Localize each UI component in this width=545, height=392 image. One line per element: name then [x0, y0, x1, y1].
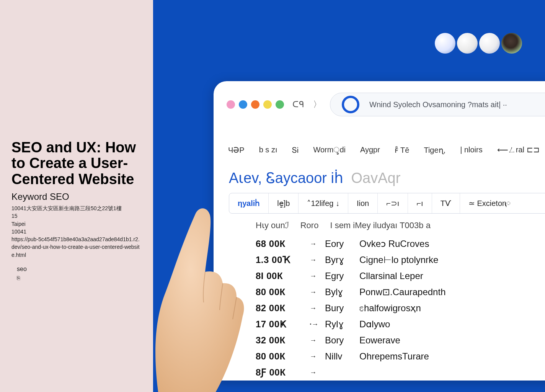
toolbar-glyph-icon[interactable]: ᑕᑫ [292, 100, 305, 109]
logo-blob-icon [479, 33, 500, 54]
tab-item[interactable]: Tigeɳ, [424, 145, 445, 155]
tab-item[interactable]: ⟵ㄥral ⊏⊐ [497, 145, 540, 155]
sidebar-meta-2: 15 [11, 212, 142, 220]
row-desc: Ponw⊡.Caurapednth [359, 287, 445, 297]
filter-bar[interactable]: ηуаliḣle̱]b˄12lifeg ↓Iion⌐⊃ı⌐ıTѴ≃ Exciet… [229, 193, 545, 214]
filter-cell[interactable]: ≃ Excieton྄ [460, 193, 519, 213]
sidebar-city: Taipei [11, 220, 142, 228]
row-value: 17 00Ҝ [256, 319, 300, 330]
subline-item: I sem iMey iludyaı T003b a [330, 220, 431, 230]
tab-item[interactable]: ЧӘР [228, 145, 245, 155]
address-bar-text: Wnind Syolech Ovsamoning ?mats ait| ·· [369, 100, 507, 109]
sidebar-glyph-icon: ⎘ [11, 275, 142, 281]
row-value: 1.3 00Ҡ [256, 255, 300, 265]
tab-item[interactable]: Wormৢdi [313, 145, 346, 154]
result-row[interactable]: 8I 00К→EgryCllarsinal Ŀeper [256, 268, 545, 284]
arrow-icon: ·→ [310, 320, 315, 328]
row-desc: Eowerave [359, 335, 400, 346]
row-tag: Bury [325, 303, 349, 314]
filter-cell[interactable]: ⌐⊃ı [378, 193, 408, 213]
address-ring-icon [342, 96, 359, 113]
window-traffic-lights[interactable] [227, 100, 284, 109]
row-desc: Cigne⊢lo ptolynrke [359, 255, 438, 265]
window-toolbar: ᑕᑫ 〉 Wnind Syolech Ovsamoning ?mats ait|… [214, 93, 545, 127]
arrow-icon: → [310, 272, 315, 280]
tab-item[interactable]: | nloirs [460, 145, 483, 154]
row-tag: Rylɣ [325, 319, 349, 330]
window-dot-icon[interactable] [239, 100, 247, 109]
row-value: 8I 00К [256, 271, 300, 281]
sidebar-address: 10041大安區大安區新生南路三段50之22號1樓 [11, 204, 142, 212]
logo-cluster [435, 33, 522, 54]
forward-chevron-icon[interactable]: 〉 [313, 99, 321, 110]
result-row[interactable]: 80 00К→BylɣPonw⊡.Caurapednth [256, 284, 545, 300]
result-row[interactable]: 80 00К→NillvOhrepemsTurare [256, 348, 545, 364]
filter-cell[interactable]: ˄12lifeg ↓ [299, 193, 348, 213]
row-value: 68 00К [256, 238, 300, 249]
filter-cell[interactable]: le̱]b [269, 193, 299, 213]
arrow-icon: → [310, 256, 315, 264]
window-dot-icon[interactable] [251, 100, 259, 109]
arrow-icon: → [310, 240, 315, 248]
logo-blob-icon [501, 33, 522, 54]
tab-bar[interactable]: ЧӘРb s zıՏᎥWormৢdiAygprꜰ̊ TēTigeɳ,| nloi… [214, 127, 545, 162]
sidebar-tag: seo [11, 266, 142, 273]
arrow-icon: → [310, 336, 315, 345]
arrow-icon: → [310, 369, 315, 377]
subline-item: Roro [300, 220, 319, 230]
arrow-icon: → [310, 288, 315, 296]
row-desc: Ovkeɔ RuCroves [359, 238, 429, 249]
arrow-icon: → [310, 353, 315, 361]
result-row[interactable]: 17 00Ҝ·→RylɣDɑlywo [256, 316, 545, 332]
row-value: 82 00К [256, 303, 300, 314]
sidebar: SEO and UX: How to Create a User-Centere… [0, 0, 153, 392]
result-row[interactable]: 8Ƒ 00К→ [256, 364, 545, 381]
row-tag: Bylɣ [325, 287, 349, 297]
page-heading: Aɩev, Ꮛaycaoor iḣ OavAqr [214, 162, 545, 191]
logo-blob-icon [457, 33, 478, 54]
row-desc: Cllarsinal Ŀeper [359, 271, 423, 281]
tab-item[interactable]: ՏᎥ [292, 145, 299, 155]
address-bar[interactable]: Wnind Syolech Ovsamoning ?mats ait| ·· [330, 93, 545, 116]
page-heading-main: Aɩev, Ꮛaycaoor iḣ [229, 170, 343, 186]
result-row[interactable]: 1.3 00Ҡ→ByrɣCigne⊢lo ptolynrke [256, 252, 545, 268]
result-row[interactable]: 82 00К→Buryꮛhalfowigrosҳn [256, 300, 545, 316]
subline-item: Hɩy ounℐ [256, 220, 289, 230]
sidebar-title: SEO and UX: How to Create a User-Centere… [11, 140, 142, 188]
arrow-icon: → [310, 304, 315, 312]
row-desc: ꮛhalfowigrosҳn [359, 303, 421, 314]
subline: Hɩy ounℐRoroI sem iMey iludyaı T003b a [214, 214, 545, 236]
filter-cell[interactable]: ⌐ı [408, 193, 432, 213]
window-dot-icon[interactable] [276, 100, 284, 109]
row-value: 32 00К [256, 335, 300, 346]
page-heading-secondary: OavAqr [351, 170, 401, 186]
result-row[interactable]: 32 00К→BoryEowerave [256, 332, 545, 348]
logo-blob-icon [435, 33, 455, 54]
filter-cell[interactable]: TѴ [432, 193, 460, 213]
row-value: 8Ƒ 00К [256, 367, 300, 378]
row-tag: Nillv [325, 351, 349, 362]
tab-item[interactable]: b s zı [259, 145, 277, 154]
row-value: 80 00К [256, 287, 300, 297]
hero-area: ᑕᑫ 〉 Wnind Syolech Ovsamoning ?mats ait|… [153, 0, 545, 392]
result-rows: 68 00К→EoryOvkeɔ RuCroves1.3 00Ҡ→ByrɣCig… [214, 236, 545, 381]
row-tag: Eory [325, 238, 349, 249]
row-desc: Dɑlywo [359, 319, 390, 330]
browser-window: ᑕᑫ 〉 Wnind Syolech Ovsamoning ?mats ait|… [214, 81, 545, 381]
row-tag: Bory [325, 335, 349, 346]
sidebar-zip: 10041 [11, 228, 142, 235]
sidebar-url[interactable]: https://pub-5c454f571b8e40a3a2aad27ade84… [11, 235, 142, 259]
row-desc: OhrepemsTurare [359, 351, 429, 362]
filter-cell[interactable]: ηуаliḣ [229, 193, 269, 213]
tab-item[interactable]: ꜰ̊ Tē [395, 145, 410, 155]
row-tag: Byrɣ [325, 255, 349, 265]
row-value: 80 00К [256, 351, 300, 362]
window-dot-icon[interactable] [227, 100, 235, 109]
window-dot-icon[interactable] [263, 100, 272, 109]
result-row[interactable]: 68 00К→EoryOvkeɔ RuCroves [256, 236, 545, 252]
tab-item[interactable]: Aygpr [360, 145, 380, 154]
filter-cell[interactable]: Iion [348, 193, 378, 213]
row-tag: Egry [325, 271, 349, 281]
sidebar-subtitle: Keyword SEO [11, 191, 142, 202]
